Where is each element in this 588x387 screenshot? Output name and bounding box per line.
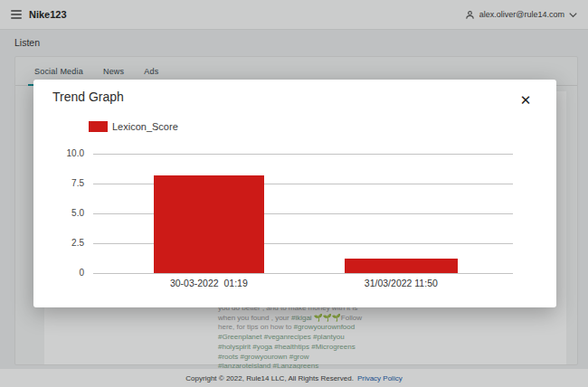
bar-31/03/2022 11:50 <box>345 259 458 273</box>
x-tick-label: 31/03/2022 11:50 <box>303 278 500 288</box>
trend-graph-modal: Trend Graph ✕ Lexicon_Score 10.07.55.02.… <box>33 80 556 307</box>
legend-label: Lexicon_Score <box>112 121 178 132</box>
y-tick-label: 0 <box>33 268 84 278</box>
chart-y-axis: 10.07.55.02.50 <box>33 154 84 273</box>
close-icon[interactable]: ✕ <box>517 91 535 109</box>
bar-30-03-2022 01:19 <box>154 175 264 273</box>
y-tick-label: 2.5 <box>33 238 84 248</box>
chart-plot <box>93 154 513 273</box>
modal-title: Trend Graph <box>52 90 124 104</box>
y-tick-label: 7.5 <box>33 178 84 188</box>
chart-x-axis: 30-03-2022 01:1931/03/2022 11:50 <box>93 278 513 290</box>
gridline <box>93 154 513 155</box>
x-tick-label: 30-03-2022 01:19 <box>111 278 306 288</box>
y-tick-label: 10.0 <box>33 148 84 158</box>
y-tick-label: 5.0 <box>33 208 84 218</box>
chart-legend: Lexicon_Score <box>89 121 178 132</box>
legend-swatch <box>89 121 108 132</box>
